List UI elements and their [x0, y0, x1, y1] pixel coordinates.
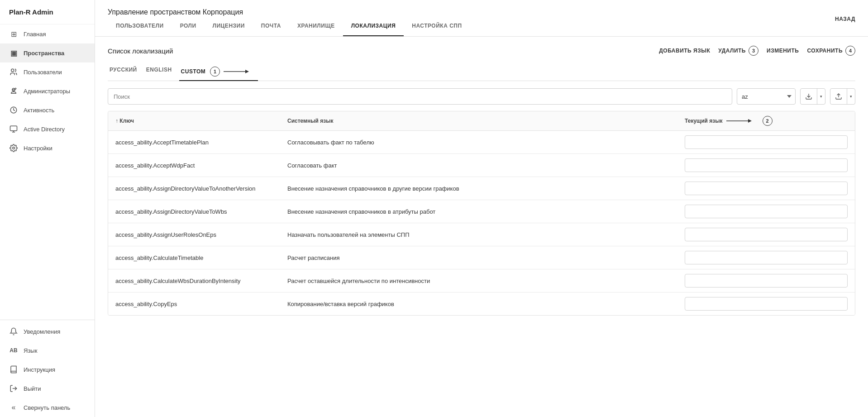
clock-icon	[9, 105, 18, 115]
sidebar-item-ad[interactable]: Active Directory	[0, 120, 95, 139]
sidebar-item-notifications[interactable]: Уведомления	[0, 322, 95, 341]
annotation-3: 3	[749, 46, 758, 56]
td-system-lang: Расчет расписания	[287, 254, 685, 261]
delete-button[interactable]: УДАЛИТЬ	[718, 48, 746, 54]
td-current-lang	[685, 274, 848, 288]
td-key: access_ability.AssignDirectoryValueToWbs	[115, 208, 287, 215]
upload-main[interactable]	[830, 89, 847, 104]
sidebar-item-label: Язык	[24, 347, 37, 354]
lang-select[interactable]: az ru en de fr	[737, 88, 796, 105]
tab-storage[interactable]: ХРАНИЛИЩЕ	[289, 23, 343, 36]
td-system-lang: Назначать пользователей на элементы СПП	[287, 231, 685, 238]
lang-tab-ru[interactable]: РУССКИЙ	[108, 63, 144, 81]
section-actions: ДОБАВИТЬ ЯЗЫК УДАЛИТЬ 3 ИЗМЕНИТЬ СОХРАНИ…	[659, 46, 855, 56]
tab-licenses[interactable]: ЛИЦЕНЗИИ	[205, 23, 253, 36]
monitor-icon	[9, 125, 18, 134]
collapse-icon: «	[9, 403, 18, 412]
sidebar-item-label: Настройки	[24, 145, 52, 152]
main-content: Управление пространством Корпорация ПОЛЬ…	[95, 0, 868, 417]
sidebar-item-collapse[interactable]: « Свернуть панель	[0, 398, 95, 417]
td-system-lang: Согласовать факт	[287, 162, 685, 169]
add-lang-button[interactable]: ДОБАВИТЬ ЯЗЫК	[659, 48, 710, 54]
sidebar-item-admins[interactable]: Администраторы	[0, 81, 95, 101]
sidebar-item-label: Пользователи	[24, 69, 62, 76]
sidebar-item-label: Главная	[24, 31, 46, 38]
bell-icon	[9, 327, 18, 336]
edit-button[interactable]: ИЗМЕНИТЬ	[767, 48, 799, 54]
sidebar-item-manual[interactable]: Инструкция	[0, 360, 95, 379]
gear-icon	[9, 144, 18, 153]
tab-localization[interactable]: ЛОКАЛИЗАЦИЯ	[343, 23, 404, 36]
td-current-lang	[685, 228, 848, 241]
th-key: ↑ Ключ	[115, 116, 287, 126]
current-lang-input-2[interactable]	[685, 182, 848, 195]
table-row: access_ability.AssignDirectoryValueToAno…	[108, 177, 855, 200]
sidebar-bottom: Уведомления AB Язык Инструкция Выйти «	[0, 320, 95, 417]
sidebar-item-logout[interactable]: Выйти	[0, 379, 95, 398]
sidebar-item-settings[interactable]: Настройки	[0, 139, 95, 158]
svg-marker-9	[245, 70, 249, 73]
td-system-lang: Внесение назначения справочников в други…	[287, 185, 685, 192]
download-main[interactable]	[801, 89, 817, 104]
sidebar-item-label: Active Directory	[24, 126, 65, 133]
lang-tabs: РУССКИЙ ENGLISH CUSTOM 1	[108, 63, 855, 81]
sidebar-item-label: Пространства	[24, 50, 64, 57]
download-arrow[interactable]: ▾	[817, 89, 825, 104]
sidebar-item-users[interactable]: Пользователи	[0, 62, 95, 81]
td-current-lang	[685, 182, 848, 195]
save-button[interactable]: СОХРАНИТЬ	[807, 48, 843, 54]
page-title-area: Управление пространством Корпорация ПОЛЬ…	[108, 8, 470, 36]
td-current-lang	[685, 297, 848, 311]
sidebar-item-label: Администраторы	[24, 88, 70, 95]
svg-rect-3	[10, 126, 17, 131]
current-lang-input-3[interactable]	[685, 205, 848, 218]
tab-mail[interactable]: ПОЧТА	[253, 23, 289, 36]
table-row: access_ability.CopyEps Копирование/встав…	[108, 292, 855, 315]
sidebar-item-main[interactable]: ⊞ Главная	[0, 24, 95, 43]
search-row: az ru en de fr ▾ ▾	[108, 88, 855, 105]
language-icon: AB	[9, 346, 18, 355]
lang-tab-en[interactable]: ENGLISH	[144, 63, 179, 81]
logout-icon	[9, 384, 18, 393]
section-header: Список локализаций ДОБАВИТЬ ЯЗЫК УДАЛИТЬ…	[108, 46, 855, 56]
current-lang-input-4[interactable]	[685, 228, 848, 241]
table-row: access_ability.CalculateWbsDurationByInt…	[108, 269, 855, 292]
table-row: access_ability.AcceptTimetablePlan Согла…	[108, 131, 855, 154]
annotation-2: 2	[763, 116, 773, 126]
td-system-lang: Копирование/вставка версий графиков	[287, 301, 685, 307]
table-row: access_ability.AssignUserRolesOnEps Назн…	[108, 223, 855, 246]
current-lang-input-0[interactable]	[685, 135, 848, 149]
sidebar-item-spaces[interactable]: ▣ Пространства	[0, 43, 95, 62]
upload-button-split[interactable]: ▾	[830, 88, 855, 105]
upload-arrow[interactable]: ▾	[847, 89, 855, 104]
td-current-lang	[685, 135, 848, 149]
td-system-lang: Внесение назначения справочников в атриб…	[287, 208, 685, 215]
th-current-lang: Текущий язык 2	[685, 116, 848, 126]
current-lang-input-5[interactable]	[685, 251, 848, 264]
tab-spp[interactable]: НАСТРОЙКА СПП	[404, 23, 470, 36]
sidebar-item-language[interactable]: AB Язык	[0, 341, 95, 360]
th-system-lang: Системный язык	[287, 116, 685, 126]
current-lang-input-1[interactable]	[685, 158, 848, 172]
page-header: Управление пространством Корпорация ПОЛЬ…	[95, 0, 868, 37]
annotation-4: 4	[845, 46, 855, 56]
tab-roles[interactable]: РОЛИ	[172, 23, 205, 36]
td-key: access_ability.AssignUserRolesOnEps	[115, 231, 287, 238]
book-icon	[9, 365, 18, 374]
localization-table: ↑ Ключ Системный язык Текущий язык 2	[108, 111, 855, 316]
td-current-lang	[685, 251, 848, 264]
search-input[interactable]	[108, 88, 732, 105]
nav-tabs: ПОЛЬЗОВАТЕЛИ РОЛИ ЛИЦЕНЗИИ ПОЧТА ХРАНИЛИ…	[108, 23, 470, 36]
page-title: Управление пространством Корпорация	[108, 8, 470, 23]
download-button-split[interactable]: ▾	[800, 88, 825, 105]
sidebar-item-label: Свернуть панель	[24, 404, 70, 411]
lang-tab-custom[interactable]: CUSTOM 1	[179, 63, 258, 81]
table-row: access_ability.AcceptWdpFact Согласовать…	[108, 154, 855, 177]
sidebar-item-activity[interactable]: Активность	[0, 101, 95, 120]
current-lang-input-6[interactable]	[685, 274, 848, 288]
tab-users[interactable]: ПОЛЬЗОВАТЕЛИ	[108, 23, 172, 36]
sidebar: Plan-R Admin ⊞ Главная ▣ Пространства По…	[0, 0, 95, 417]
td-system-lang: Согласовывать факт по табелю	[287, 139, 685, 146]
current-lang-input-7[interactable]	[685, 297, 848, 311]
back-button[interactable]: НАЗАД	[835, 16, 855, 29]
